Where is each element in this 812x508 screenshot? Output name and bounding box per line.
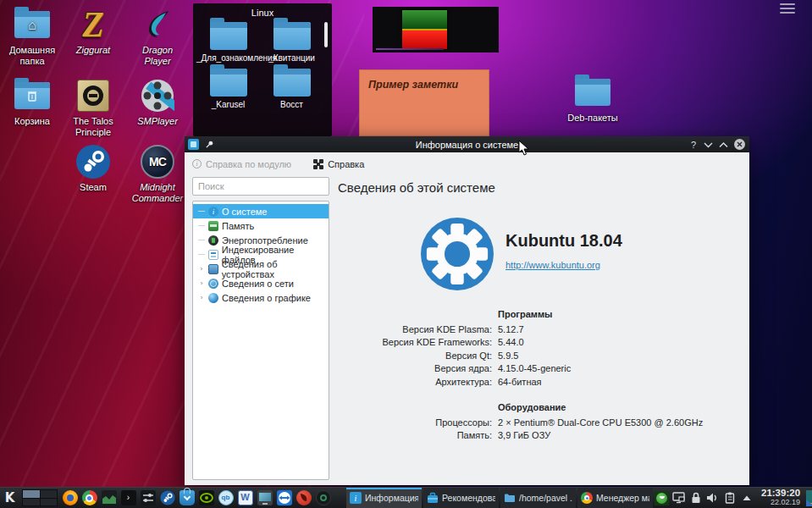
messenger-tray-icon[interactable] — [655, 491, 669, 505]
show-desktop-button[interactable] — [806, 490, 812, 506]
task-info-center[interactable]: i Информация ... — [346, 488, 422, 508]
clipboard-tray-icon[interactable] — [722, 491, 737, 505]
folder-icon — [504, 492, 516, 504]
expander-icon[interactable]: › — [198, 279, 205, 287]
desktop-toolbox-icon[interactable] — [780, 3, 795, 14]
discover-launcher[interactable] — [177, 489, 196, 508]
help-button[interactable]: Справка — [313, 159, 364, 169]
pin-icon[interactable] — [205, 140, 214, 149]
desktop-icon-talos[interactable]: The Talos Principle — [64, 78, 122, 138]
desktop-icon-home[interactable]: ⌂ Домашняя папка — [3, 7, 61, 67]
folder-item[interactable]: Восст — [260, 69, 323, 110]
desktop-icon-label: Dragon Player — [129, 45, 186, 67]
folder-label: _Karusel — [196, 100, 260, 110]
trash-folder-icon — [14, 78, 51, 113]
kde-menu-button[interactable]: K — [0, 489, 19, 508]
settings-launcher[interactable] — [138, 489, 157, 508]
section-title-software: Программы — [498, 308, 552, 322]
close-button[interactable] — [734, 139, 745, 150]
media-progress-bar[interactable] — [376, 48, 444, 50]
expander-icon[interactable]: › — [198, 265, 205, 273]
graphics-icon — [208, 293, 218, 303]
folder-item[interactable]: _Квитанции — [260, 22, 323, 64]
energy-icon — [208, 235, 218, 246]
home-folder-icon: ⌂ — [14, 7, 51, 42]
window-titlebar[interactable]: Информация о системе ? — [185, 136, 749, 152]
task-chrome[interactable]: Менеджер мат... — [577, 488, 653, 508]
system-monitor-launcher[interactable] — [99, 489, 119, 508]
folder-label: _Квитанции — [260, 53, 323, 64]
task-discover[interactable]: Рекомендован... — [423, 488, 499, 508]
desktop-icon-deb-packages[interactable]: Deb-пакеты — [564, 75, 621, 124]
folder-item[interactable]: _Для_ознакомления — [196, 22, 260, 64]
konsole-launcher[interactable]: › — [119, 489, 138, 508]
note-text: Пример заметки — [368, 79, 489, 91]
sidebar-item-about-system[interactable]: i О системе — [193, 204, 329, 218]
window-title: Информация о системе — [185, 140, 749, 150]
search-input[interactable] — [192, 177, 329, 196]
media-player-red-launcher[interactable] — [294, 489, 313, 508]
volume-tray-icon[interactable] — [705, 491, 720, 505]
nvidia-launcher[interactable] — [196, 489, 216, 508]
window-help-button[interactable]: ? — [689, 140, 698, 150]
kubuntu-logo — [421, 218, 494, 290]
firefox-launcher[interactable] — [60, 489, 80, 508]
desktop-icon-smplayer[interactable]: SMPlayer — [129, 78, 186, 127]
clock-time: 21:39:20 — [761, 489, 800, 498]
qbittorrent-launcher[interactable]: qb — [216, 489, 235, 508]
taskbar: K › qb W — [0, 487, 812, 508]
os-link[interactable]: http://www.kubuntu.org — [505, 260, 600, 270]
chrome-icon — [581, 492, 593, 504]
memory-icon — [208, 221, 218, 231]
desktop-icon-midnight-commander[interactable]: MC Midnight Commander — [129, 144, 186, 204]
folder-view-scrollbar[interactable] — [324, 22, 328, 47]
desktop-icon-label: Корзина — [3, 116, 61, 127]
wps-office-launcher[interactable]: W — [235, 489, 255, 508]
tray-expander-icon[interactable] — [739, 491, 754, 505]
window-app-icon — [188, 139, 199, 150]
desktop-icon-dragon-player[interactable]: Dragon Player — [129, 7, 186, 67]
desktop-icon-label: Midnight Commander — [129, 182, 186, 204]
info-icon: i — [192, 159, 202, 168]
maximize-button[interactable] — [719, 141, 728, 148]
module-help-button[interactable]: i Справка по модулю — [192, 159, 291, 169]
folder-label: _Для_ознакомления — [196, 53, 260, 64]
os-name: Kubuntu 18.04 — [505, 231, 622, 251]
screenshot-tool-launcher[interactable] — [255, 489, 274, 508]
virtual-desktop-pager[interactable] — [22, 489, 58, 506]
sidebar-item-network-info[interactable]: › Сведения о сети — [193, 276, 329, 290]
minimize-button[interactable] — [704, 141, 713, 148]
chrome-launcher[interactable] — [80, 489, 99, 508]
expander-icon[interactable]: › — [198, 294, 205, 301]
lock-tray-icon[interactable] — [688, 491, 703, 505]
dark-ring-app-launcher[interactable] — [313, 489, 333, 508]
steam-launcher[interactable] — [157, 489, 177, 508]
system-tray: 21:39:20 22.02.19 — [655, 489, 812, 507]
desktop-icon-ziggurat[interactable]: Z Ziggurat — [64, 7, 122, 56]
digital-clock[interactable]: 21:39:20 22.02.19 — [761, 489, 800, 507]
task-file-manager[interactable]: /home/pavel ... — [500, 488, 576, 508]
desktop-icon-steam[interactable]: Steam — [64, 144, 122, 193]
desktop-icon-label: Steam — [64, 182, 122, 193]
page-title: Сведения об этой системе — [338, 180, 495, 195]
steam-icon — [75, 144, 112, 179]
teamviewer-launcher[interactable] — [274, 489, 294, 508]
folder-item[interactable]: _Karusel — [196, 69, 260, 110]
desktop-icon-trash[interactable]: Корзина — [3, 78, 61, 127]
sidebar-item-graphics-info[interactable]: › Сведения о графике — [193, 290, 329, 305]
task-manager: i Информация ... Рекомендован... /home/p… — [346, 488, 655, 508]
sidebar-item-memory[interactable]: Память — [193, 218, 329, 233]
folder-icon — [273, 22, 311, 50]
media-player-widget[interactable] — [373, 7, 499, 52]
folder-icon — [273, 69, 311, 97]
ziggurat-icon: Z — [75, 7, 112, 42]
help-icon — [313, 159, 323, 169]
sticky-note-widget[interactable]: Пример заметки — [359, 69, 489, 136]
section-title-hardware: Оборудование — [498, 401, 566, 415]
display-tray-icon[interactable] — [671, 491, 686, 505]
sidebar-item-device-info[interactable]: › Сведения об устройствах — [193, 262, 329, 276]
folder-view-widget: Linux _Для_ознакомления _Квитанции _Karu… — [193, 3, 332, 136]
folder-icon — [210, 22, 247, 50]
desktop-icon-label: SMPlayer — [129, 116, 186, 127]
system-info-window: Информация о системе ? i Справка по моду… — [185, 136, 749, 485]
